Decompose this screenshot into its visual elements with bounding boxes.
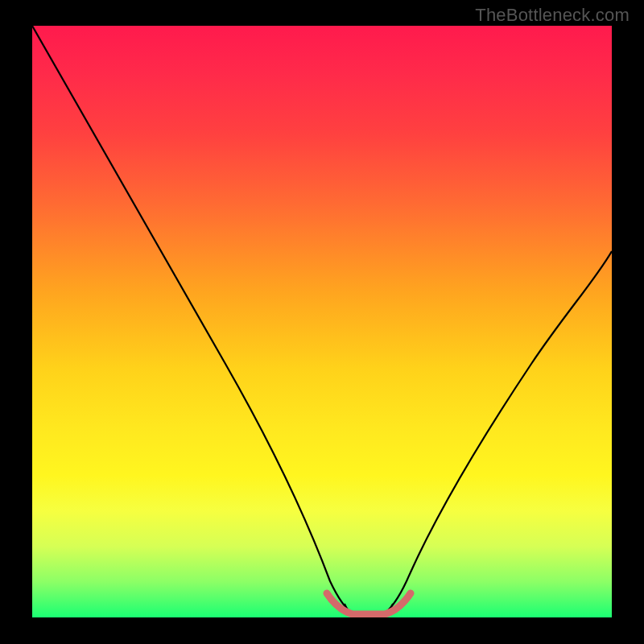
bottleneck-curve (32, 26, 612, 617)
chart-frame: TheBottleneck.com (0, 0, 644, 644)
curve-path (32, 26, 612, 615)
plot-area (32, 26, 612, 617)
watermark-text: TheBottleneck.com (475, 5, 630, 26)
